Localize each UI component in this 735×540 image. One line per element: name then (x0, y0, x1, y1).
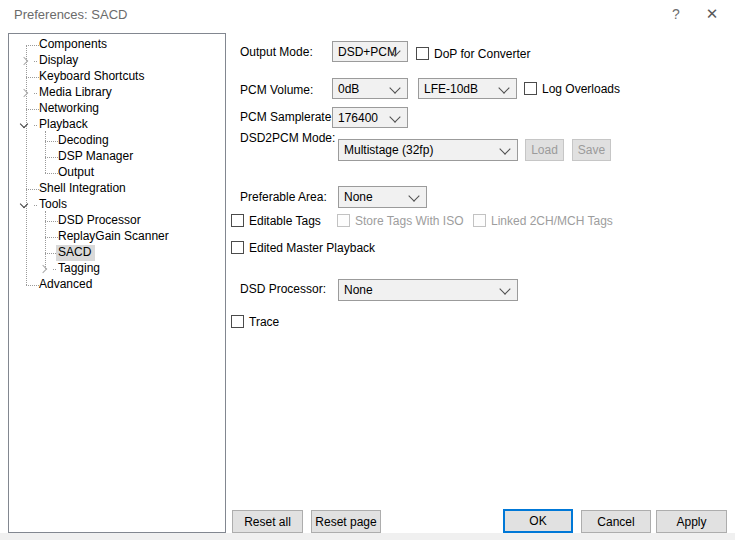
apply-button[interactable]: Apply (656, 510, 727, 533)
tree-item-output[interactable]: Output (9, 165, 225, 181)
tree-item-tagging[interactable]: Tagging (9, 261, 225, 277)
dsd-processor-dropdown[interactable]: None (338, 279, 518, 301)
save-button[interactable]: Save (572, 139, 611, 161)
checkbox-box (231, 214, 244, 227)
pcm-samplerate-value: 176400 (338, 111, 378, 125)
tree-item-networking[interactable]: Networking (9, 101, 225, 117)
help-button[interactable]: ? (663, 2, 689, 26)
dsd2pcm-mode-label: DSD2PCM Mode: (240, 131, 335, 145)
tree-item-advanced[interactable]: Advanced (9, 277, 225, 293)
editable-tags-checkbox[interactable]: Editable Tags (231, 213, 321, 228)
tree-item-label: Tools (37, 197, 71, 213)
tree-item-label: Shell Integration (37, 181, 130, 197)
chevron-collapsed-icon[interactable] (39, 265, 47, 273)
linked-tags-label: Linked 2CH/MCH Tags (491, 214, 613, 228)
output-mode-label: Output Mode: (240, 45, 313, 59)
tree-item-label: Components (37, 37, 111, 53)
linked-tags-checkbox[interactable]: Linked 2CH/MCH Tags (473, 213, 613, 228)
tree-item-label: DSP Manager (56, 149, 137, 165)
pcm-samplerate-dropdown[interactable]: 176400 (332, 107, 408, 128)
store-tags-with-iso-checkbox[interactable]: Store Tags With ISO (337, 213, 464, 228)
pcm-volume-label: PCM Volume: (240, 83, 313, 97)
tree-item-replaygain-scanner[interactable]: ReplayGain Scanner (9, 229, 225, 245)
dop-for-converter-label: DoP for Converter (434, 47, 531, 61)
edited-master-playback-label: Edited Master Playback (249, 241, 375, 255)
chevron-down-icon (389, 111, 400, 122)
output-mode-value: DSD+PCM (338, 45, 397, 59)
dop-for-converter-checkbox[interactable]: DoP for Converter (416, 46, 531, 61)
chevron-collapsed-icon[interactable] (20, 89, 28, 97)
tree-item-label: Display (37, 53, 82, 69)
store-tags-with-iso-label: Store Tags With ISO (355, 214, 464, 228)
cancel-label: Cancel (597, 515, 634, 529)
apply-label: Apply (676, 515, 706, 529)
tree-item-media-library[interactable]: Media Library (9, 85, 225, 101)
chevron-down-icon (389, 82, 400, 93)
trace-label: Trace (249, 315, 279, 329)
tree-item-dsd-processor[interactable]: DSD Processor (9, 213, 225, 229)
tree-item-label: Advanced (37, 277, 96, 293)
tree-item-keyboard-shortcuts[interactable]: Keyboard Shortcuts (9, 69, 225, 85)
close-icon: ✕ (706, 5, 719, 23)
checkbox-box (231, 241, 244, 254)
tree-item-components[interactable]: Components (9, 37, 225, 53)
preferences-dialog: Preferences: SACD ? ✕ ComponentsDisplayK… (0, 0, 735, 540)
pcm-volume-value: 0dB (338, 82, 359, 96)
log-overloads-label: Log Overloads (542, 82, 620, 96)
preferable-area-label: Preferable Area: (240, 190, 327, 204)
lfe-volume-dropdown[interactable]: LFE-10dB (418, 78, 517, 99)
chevron-expanded-icon[interactable] (20, 120, 28, 128)
preferable-area-dropdown[interactable]: None (338, 186, 427, 208)
log-overloads-checkbox[interactable]: Log Overloads (524, 81, 620, 96)
reset-all-button[interactable]: Reset all (232, 510, 303, 533)
tree-item-label: DSD Processor (56, 213, 145, 229)
tree-item-dsp-manager[interactable]: DSP Manager (9, 149, 225, 165)
chevron-down-icon (408, 190, 419, 201)
tree-item-label: Output (56, 165, 98, 181)
ok-label: OK (529, 514, 546, 528)
save-button-label: Save (578, 143, 605, 157)
edited-master-playback-checkbox[interactable]: Edited Master Playback (231, 240, 375, 255)
trace-checkbox[interactable]: Trace (231, 314, 279, 329)
close-button[interactable]: ✕ (699, 2, 725, 26)
load-button-label: Load (531, 143, 558, 157)
lfe-volume-value: LFE-10dB (424, 82, 478, 96)
page-title: Preferences: SACD (14, 7, 127, 22)
tree-item-label: Media Library (37, 85, 116, 101)
pcm-samplerate-label: PCM Samplerate: (240, 110, 335, 124)
reset-page-label: Reset page (315, 515, 376, 529)
window-bottom-edge (0, 533, 735, 540)
tree-item-decoding[interactable]: Decoding (9, 133, 225, 149)
chevron-collapsed-icon[interactable] (20, 57, 28, 65)
ok-button[interactable]: OK (503, 509, 573, 533)
editable-tags-label: Editable Tags (249, 214, 321, 228)
tree-item-label: ReplayGain Scanner (56, 229, 173, 245)
dsd2pcm-mode-value: Multistage (32fp) (344, 143, 433, 157)
reset-all-label: Reset all (244, 515, 291, 529)
preferable-area-value: None (344, 190, 373, 204)
tree-item-display[interactable]: Display (9, 53, 225, 69)
checkbox-box (337, 214, 350, 227)
tree-item-sacd[interactable]: SACD (9, 245, 225, 261)
tree-item-label: Playback (37, 117, 92, 133)
checkbox-box (473, 214, 486, 227)
checkbox-box (416, 47, 429, 60)
chevron-down-icon (498, 82, 509, 93)
output-mode-dropdown[interactable]: DSD+PCM (332, 41, 408, 62)
tree-item-label: SACD (56, 245, 95, 261)
chevron-expanded-icon[interactable] (20, 200, 28, 208)
load-button[interactable]: Load (525, 139, 564, 161)
tree-item-tools[interactable]: Tools (9, 197, 225, 213)
tree-item-shell-integration[interactable]: Shell Integration (9, 181, 225, 197)
tree-item-label: Networking (37, 101, 103, 117)
checkbox-box (231, 315, 244, 328)
tree-item-playback[interactable]: Playback (9, 117, 225, 133)
cancel-button[interactable]: Cancel (581, 510, 651, 533)
chevron-down-icon (499, 283, 510, 294)
preferences-tree: ComponentsDisplayKeyboard ShortcutsMedia… (8, 33, 226, 533)
chevron-down-icon (499, 143, 510, 154)
help-icon: ? (672, 6, 680, 22)
reset-page-button[interactable]: Reset page (311, 510, 381, 533)
dsd2pcm-mode-dropdown[interactable]: Multistage (32fp) (338, 139, 518, 161)
pcm-volume-dropdown[interactable]: 0dB (332, 78, 408, 99)
